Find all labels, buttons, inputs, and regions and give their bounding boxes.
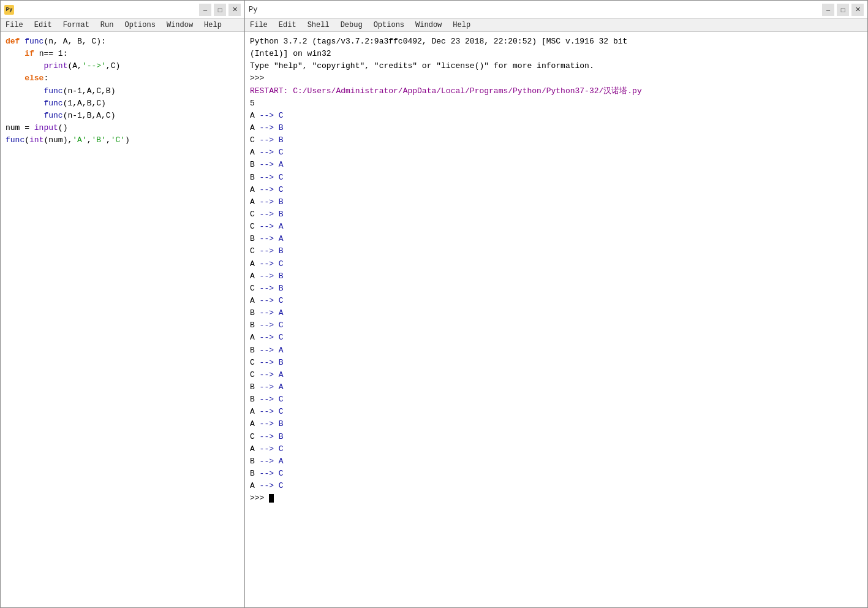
shell-window-controls[interactable]: – □ ✕ — [822, 4, 864, 16]
move-to-22: A — [279, 382, 284, 392]
shell-cursor — [269, 494, 274, 503]
move-from-15: A — [250, 296, 260, 305]
minimize-button[interactable]: – — [199, 4, 211, 16]
move-to-4: A — [279, 160, 284, 169]
move-to-7: B — [279, 197, 284, 207]
editor-menubar: File Edit Format Run Options Window Help — [1, 19, 244, 32]
move-from-13: A — [250, 272, 260, 281]
move-from-9: C — [250, 222, 260, 231]
shell-input-value: 5 — [250, 99, 255, 108]
move-from-1: A — [250, 123, 260, 132]
move-from-5: B — [250, 173, 260, 182]
move-arrow-28: --> — [260, 457, 279, 466]
move-from-17: B — [250, 321, 260, 330]
move-to-9: A — [279, 222, 284, 231]
move-arrow-18: --> — [260, 333, 279, 342]
shell-minimize-button[interactable]: – — [822, 4, 834, 16]
menu-run[interactable]: Run — [98, 20, 116, 30]
move-to-25: B — [279, 419, 284, 428]
move-to-27: C — [279, 444, 284, 454]
menu-help[interactable]: Help — [202, 20, 224, 30]
shell-maximize-button[interactable]: □ — [837, 4, 849, 16]
move-arrow-14: --> — [260, 284, 279, 293]
menu-edit[interactable]: Edit — [32, 20, 55, 30]
move-to-1: B — [279, 123, 284, 132]
shell-prompt-1: >>> — [250, 74, 269, 83]
editor-window-controls[interactable]: – □ ✕ — [199, 4, 241, 16]
move-arrow-12: --> — [260, 259, 279, 268]
shell-menu-file[interactable]: File — [247, 20, 270, 30]
shell-body[interactable]: Python 3.7.2 (tags/v3.7.2:9a3ffc0492, De… — [245, 32, 867, 607]
move-to-17: C — [279, 321, 284, 330]
move-from-18: A — [250, 333, 260, 342]
move-arrow-26: --> — [260, 432, 279, 441]
menu-options[interactable]: Options — [122, 20, 157, 30]
move-from-11: C — [250, 246, 260, 256]
move-from-28: B — [250, 457, 260, 466]
menu-window[interactable]: Window — [164, 20, 195, 30]
move-arrow-4: --> — [260, 160, 279, 169]
move-arrow-3: --> — [260, 148, 279, 157]
move-to-5: C — [279, 173, 284, 182]
move-to-0: C — [279, 111, 284, 120]
menu-file[interactable]: File — [3, 20, 26, 30]
shell-header-line2: (Intel)] on win32 — [250, 49, 331, 58]
shell-close-button[interactable]: ✕ — [851, 4, 864, 16]
shell-menu-edit[interactable]: Edit — [276, 20, 299, 30]
move-arrow-20: --> — [260, 358, 279, 367]
move-arrow-17: --> — [260, 321, 279, 330]
move-from-16: B — [250, 308, 260, 317]
shell-header-line3: Type "help", "copyright", "credits" or "… — [250, 61, 594, 70]
move-arrow-5: --> — [260, 173, 279, 182]
shell-menu-window[interactable]: Window — [413, 20, 444, 30]
move-to-29: C — [279, 469, 284, 478]
shell-menu-shell[interactable]: Shell — [305, 20, 332, 30]
move-to-21: A — [279, 370, 284, 379]
move-from-8: C — [250, 210, 260, 219]
move-arrow-13: --> — [260, 272, 279, 281]
move-arrow-23: --> — [260, 395, 279, 404]
shell-restart-line: RESTART: C:/Users/Administrator/AppData/… — [250, 86, 642, 96]
move-to-3: C — [279, 148, 284, 157]
move-arrow-30: --> — [260, 481, 279, 490]
move-to-19: A — [279, 346, 284, 355]
move-to-30: C — [279, 481, 284, 490]
move-to-12: C — [279, 259, 284, 268]
move-to-26: B — [279, 432, 284, 441]
close-button[interactable]: ✕ — [228, 4, 241, 16]
move-from-6: A — [250, 185, 260, 194]
move-to-23: C — [279, 395, 284, 404]
shell-menu-help[interactable]: Help — [450, 20, 473, 30]
shell-menu-debug[interactable]: Debug — [338, 20, 365, 30]
move-from-14: C — [250, 284, 260, 293]
move-arrow-6: --> — [260, 185, 279, 194]
move-to-20: B — [279, 358, 284, 367]
move-from-24: A — [250, 407, 260, 416]
move-from-10: B — [250, 234, 260, 243]
move-arrow-9: --> — [260, 222, 279, 231]
move-to-16: A — [279, 308, 284, 317]
move-to-28: A — [279, 457, 284, 466]
move-to-8: B — [279, 210, 284, 219]
move-from-3: A — [250, 148, 260, 157]
move-to-18: C — [279, 333, 284, 342]
move-to-10: A — [279, 234, 284, 243]
move-arrow-8: --> — [260, 210, 279, 219]
maximize-button[interactable]: □ — [214, 4, 226, 16]
move-from-22: B — [250, 382, 260, 392]
move-to-24: C — [279, 407, 284, 416]
move-arrow-21: --> — [260, 370, 279, 379]
move-from-27: A — [250, 444, 260, 454]
shell-menu-options[interactable]: Options — [371, 20, 407, 30]
move-to-6: C — [279, 185, 284, 194]
move-from-25: A — [250, 419, 260, 428]
move-arrow-7: --> — [260, 197, 279, 207]
menu-format[interactable]: Format — [61, 20, 92, 30]
move-to-14: B — [279, 284, 284, 293]
move-from-30: A — [250, 481, 260, 490]
shell-prompt-final: >>> — [250, 493, 269, 503]
move-arrow-11: --> — [260, 246, 279, 256]
move-from-23: B — [250, 395, 260, 404]
move-from-20: C — [250, 358, 260, 367]
editor-body[interactable]: def func(n, A, B, C): if n== 1: print(A,… — [1, 32, 244, 607]
